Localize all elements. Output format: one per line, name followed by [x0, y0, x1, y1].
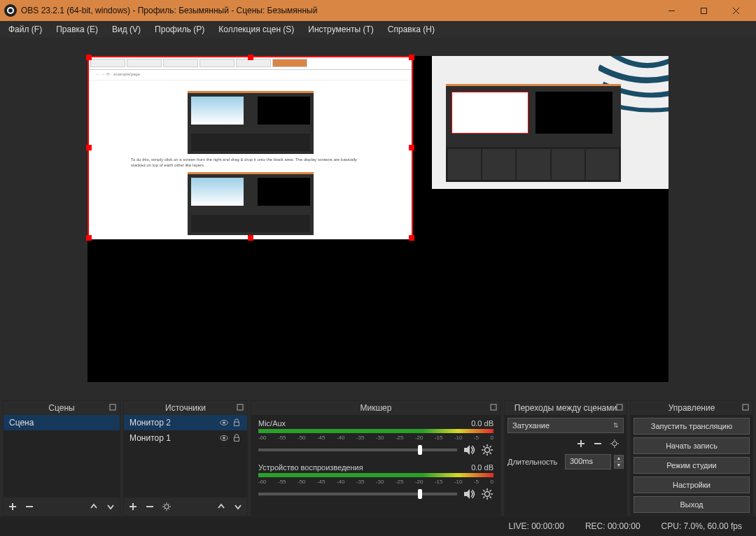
remove-source-button[interactable] [144, 500, 156, 513]
volume-slider[interactable] [258, 493, 457, 495]
studio-mode-button[interactable]: Режим студии [634, 457, 750, 474]
svg-line-46 [483, 490, 484, 491]
mixer-panel: Микшер Mic/Aux0.0 dB -60-55-50-45-40-35-… [251, 400, 501, 516]
mixer-channel: Устройство воспроизведения0.0 dB -60-55-… [258, 463, 493, 500]
exit-button[interactable]: Выход [634, 496, 750, 513]
menu-edit[interactable]: Правка (E) [50, 22, 104, 36]
svg-rect-16 [234, 437, 239, 441]
source-properties-button[interactable] [160, 500, 173, 513]
channel-level: 0.0 dB [471, 463, 493, 472]
transition-select[interactable]: Затухание ⇅ [507, 418, 624, 433]
sources-panel-title: Источники [165, 403, 206, 413]
move-up-button[interactable] [215, 500, 227, 513]
resize-handle[interactable] [409, 145, 414, 150]
undock-icon[interactable] [108, 403, 117, 411]
menu-help[interactable]: Справка (H) [382, 22, 440, 36]
settings-button[interactable]: Настройки [634, 477, 750, 493]
channel-name: Устройство воспроизведения [258, 463, 363, 472]
maximize-button[interactable] [687, 0, 720, 21]
sources-panel: Источники Монитор 2 Монитор 1 [123, 400, 248, 516]
svg-point-41 [485, 492, 490, 497]
svg-line-37 [490, 453, 491, 454]
source-item[interactable]: Монитор 2 [124, 415, 247, 430]
source-monitor-2-preview[interactable]: ← → ⟳ example/page To do this, simply cl… [88, 56, 413, 239]
source-item[interactable]: Монитор 1 [124, 430, 247, 446]
remove-transition-button[interactable] [592, 437, 604, 450]
resize-handle[interactable] [409, 235, 414, 241]
undock-icon[interactable] [236, 403, 244, 411]
preview-canvas[interactable]: ← → ⟳ example/page To do this, simply cl… [88, 56, 668, 382]
svg-line-39 [483, 453, 484, 454]
scene-item-label: Сцена [9, 418, 34, 428]
volume-slider[interactable] [258, 449, 457, 451]
move-up-button[interactable] [88, 500, 100, 513]
transition-properties-button[interactable] [608, 437, 621, 450]
mixer-panel-title: Микшер [360, 403, 392, 413]
remove-scene-button[interactable] [23, 500, 36, 513]
menu-tools[interactable]: Инструменты (T) [302, 22, 379, 36]
menu-profile[interactable]: Профиль (P) [149, 22, 210, 36]
slider-thumb[interactable] [418, 445, 422, 455]
svg-marker-30 [464, 445, 470, 455]
resize-handle[interactable] [86, 235, 92, 241]
close-button[interactable] [720, 0, 752, 21]
meter-scale: -60-55-50-45-40-35-30-25-20-15-10-50 [258, 435, 493, 441]
svg-point-31 [485, 448, 490, 453]
move-down-button[interactable] [232, 500, 244, 513]
svg-rect-13 [234, 422, 239, 425]
mute-button[interactable] [463, 444, 475, 456]
minimize-button[interactable] [655, 0, 687, 21]
duration-spinner[interactable]: ▲▼ [614, 455, 624, 469]
svg-line-47 [490, 497, 491, 498]
menu-file[interactable]: Файл (F) [3, 22, 48, 36]
undock-icon[interactable] [615, 403, 624, 411]
duration-label: Длительность [507, 458, 562, 466]
add-scene-button[interactable] [6, 500, 19, 513]
add-source-button[interactable] [127, 500, 139, 513]
resize-handle[interactable] [248, 55, 253, 60]
add-transition-button[interactable] [575, 437, 587, 450]
svg-marker-40 [464, 489, 470, 499]
preview-area: ← → ⟳ example/page To do this, simply cl… [0, 38, 756, 400]
undock-icon[interactable] [741, 403, 750, 411]
resize-handle[interactable] [409, 55, 414, 60]
mute-button[interactable] [463, 488, 475, 500]
meter-scale: -60-55-50-45-40-35-30-25-20-15-10-50 [258, 479, 493, 485]
channel-settings-button[interactable] [481, 444, 493, 456]
menu-view[interactable]: Вид (V) [106, 22, 146, 36]
resize-handle[interactable] [86, 55, 92, 60]
move-down-button[interactable] [104, 500, 117, 513]
lock-icon[interactable] [232, 433, 241, 443]
channel-level: 0.0 dB [471, 419, 493, 428]
resize-handle[interactable] [86, 145, 92, 150]
transition-selected-value: Затухание [512, 421, 550, 430]
lock-icon[interactable] [232, 418, 241, 428]
svg-rect-10 [237, 404, 243, 410]
svg-line-26 [169, 509, 169, 509]
volume-meter [258, 429, 493, 433]
window-titlebar: OBS 23.2.1 (64-bit, windows) - Профиль: … [0, 0, 756, 21]
svg-line-49 [483, 497, 484, 498]
transitions-panel-title: Переходы между сценами [514, 403, 617, 413]
volume-meter [258, 473, 493, 477]
menu-scene-collection[interactable]: Коллекция сцен (S) [213, 22, 300, 36]
svg-line-25 [164, 504, 164, 505]
channel-settings-button[interactable] [481, 488, 493, 500]
slider-thumb[interactable] [418, 489, 422, 499]
duration-input[interactable]: 300ms [565, 454, 611, 470]
start-streaming-button[interactable]: Запустить трансляцию [634, 418, 750, 435]
visibility-icon[interactable] [219, 418, 229, 428]
source-monitor-1-preview[interactable] [432, 56, 668, 189]
svg-rect-3 [701, 8, 706, 13]
obs-logo-icon [4, 4, 17, 17]
nested-obs-window [446, 84, 621, 182]
start-recording-button[interactable]: Начать запись [634, 437, 750, 454]
svg-line-36 [483, 446, 484, 447]
svg-point-54 [612, 442, 617, 446]
svg-rect-6 [110, 404, 115, 410]
visibility-icon[interactable] [219, 433, 229, 443]
status-cpu: CPU: 7.0%, 60.00 fps [662, 521, 742, 531]
undock-icon[interactable] [489, 403, 498, 411]
scene-item[interactable]: Сцена [4, 415, 120, 430]
resize-handle[interactable] [248, 235, 253, 241]
